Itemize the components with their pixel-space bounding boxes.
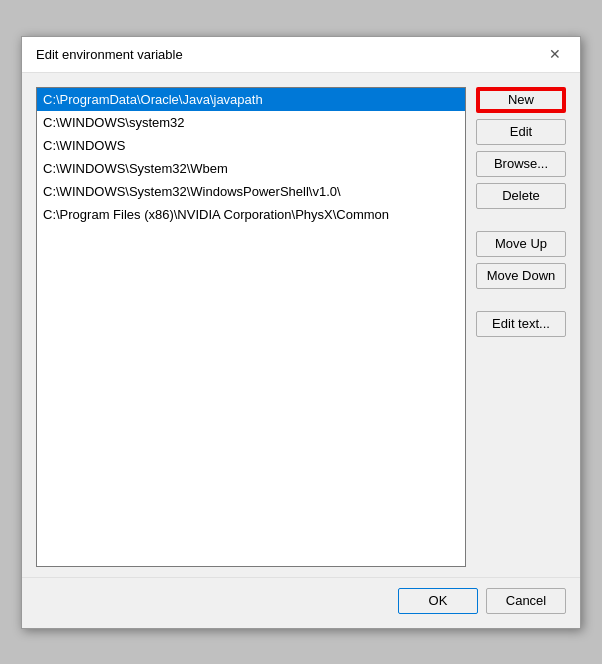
spacer2 bbox=[476, 295, 566, 305]
ok-button[interactable]: OK bbox=[398, 588, 478, 614]
new-button[interactable]: New bbox=[476, 87, 566, 113]
dialog-content: C:\ProgramData\Oracle\Java\javapathC:\WI… bbox=[22, 73, 580, 577]
buttons-panel: New Edit Browse... Delete Move Up Move D… bbox=[476, 87, 566, 567]
move-up-button[interactable]: Move Up bbox=[476, 231, 566, 257]
browse-button[interactable]: Browse... bbox=[476, 151, 566, 177]
env-variable-list[interactable]: C:\ProgramData\Oracle\Java\javapathC:\WI… bbox=[36, 87, 466, 567]
list-item[interactable]: C:\WINDOWS\System32\Wbem bbox=[37, 157, 465, 180]
edit-button[interactable]: Edit bbox=[476, 119, 566, 145]
move-down-button[interactable]: Move Down bbox=[476, 263, 566, 289]
delete-button[interactable]: Delete bbox=[476, 183, 566, 209]
list-item[interactable]: C:\ProgramData\Oracle\Java\javapath bbox=[37, 88, 465, 111]
edit-env-variable-dialog: Edit environment variable ✕ C:\ProgramDa… bbox=[21, 36, 581, 629]
list-item[interactable]: C:\Program Files (x86)\NVIDIA Corporatio… bbox=[37, 203, 465, 226]
close-button[interactable]: ✕ bbox=[544, 43, 566, 65]
cancel-button[interactable]: Cancel bbox=[486, 588, 566, 614]
spacer1 bbox=[476, 215, 566, 225]
list-item[interactable]: C:\WINDOWS\system32 bbox=[37, 111, 465, 134]
edit-text-button[interactable]: Edit text... bbox=[476, 311, 566, 337]
title-bar: Edit environment variable ✕ bbox=[22, 37, 580, 73]
list-item[interactable]: C:\WINDOWS\System32\WindowsPowerShell\v1… bbox=[37, 180, 465, 203]
list-item[interactable]: C:\WINDOWS bbox=[37, 134, 465, 157]
footer-buttons: OK Cancel bbox=[22, 577, 580, 628]
dialog-title: Edit environment variable bbox=[36, 47, 183, 62]
